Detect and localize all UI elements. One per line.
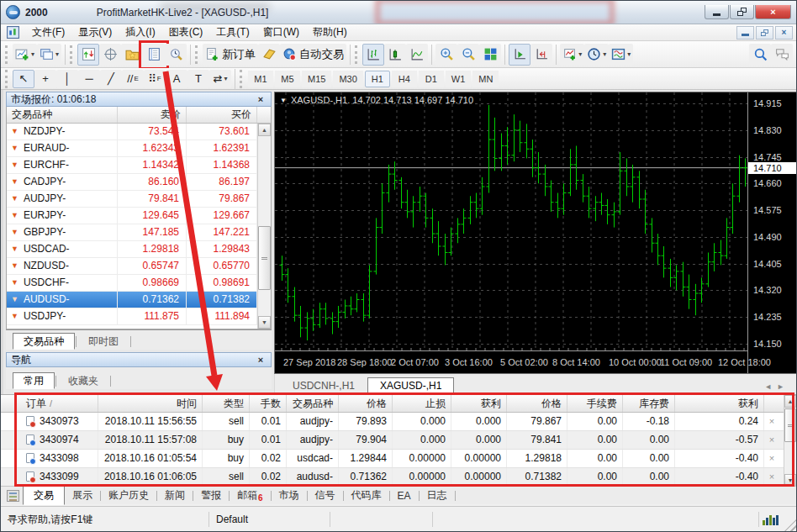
toolbar-gripper[interactable] [195,45,199,64]
timeframe-m15[interactable]: M15 [302,71,331,87]
chart-bars-button[interactable] [362,44,384,66]
status-profile[interactable]: Default [209,512,330,527]
timeframe-h1[interactable]: H1 [365,71,390,87]
vertical-line-tool[interactable]: │ [56,70,78,88]
new-chart-button[interactable]: ▾ [13,44,37,66]
scroll-down-button[interactable]: ▼ [784,474,796,487]
terminal-tab-10[interactable]: EA [390,488,419,503]
timeframe-d1[interactable]: D1 [419,71,444,87]
equidistant-channel-tool[interactable]: //E [122,70,144,88]
chart-candles-button[interactable] [384,44,406,66]
market-watch-scrollbar[interactable]: ▲ ▼ [257,124,271,329]
terminal-tab-1[interactable]: 交易 [23,486,65,505]
child-restore-button[interactable] [756,26,773,40]
quick-trade-arrow-icon[interactable]: ▼ [280,97,287,104]
market-watch-row[interactable]: ▼USDCAD-1.298181.29843 [7,241,271,258]
terminal-tab-7[interactable]: 市场 [272,487,307,504]
toolbar-gripper[interactable] [5,45,9,64]
orders-column-header[interactable]: 手续费 [567,395,623,412]
market-watch-row[interactable]: ▼AUDJPY-79.84179.867 [7,191,271,208]
terminal-button[interactable] [143,44,165,66]
crosshair-tool[interactable]: + [34,70,56,88]
orders-column-header[interactable]: 时间 [98,395,203,412]
market-watch-row[interactable]: ▼EURJPY-129.645129.667 [7,208,271,224]
strategy-tester-button[interactable] [165,44,187,66]
fibonacci-retracement-tool[interactable]: ⠿F [144,70,166,88]
market-watch-row[interactable]: ▼NZDUSD-0.657470.65770 [7,258,271,275]
new-order-button[interactable]: 新订单 [203,44,258,66]
dropdown-arrow-icon[interactable]: ▾ [55,50,59,58]
chart-plot[interactable] [275,92,747,350]
market-watch-tab[interactable]: 即时图 [77,333,129,350]
scroll-thumb[interactable] [784,408,796,442]
market-watch-column-header[interactable]: 买价 [187,107,257,123]
templates-button[interactable]: ▾ [609,44,633,66]
orders-column-header[interactable]: 价格 [339,395,393,412]
navigator-button[interactable] [121,44,143,66]
orders-column-header[interactable]: 类型 [203,395,250,412]
dropdown-arrow-icon[interactable]: ▾ [224,75,227,82]
chat-button[interactable] [771,44,793,66]
timeframe-w1[interactable]: W1 [446,71,472,87]
market-watch-column-header[interactable]: 卖价 [118,107,187,123]
close-order-icon[interactable]: × [764,450,779,467]
orders-column-header[interactable]: 库存费 [623,395,675,412]
toolbar-gripper[interactable] [240,70,244,88]
market-watch-row[interactable]: ▼GBPJPY-147.185147.221 [7,224,271,241]
toolbar-gripper[interactable] [70,45,74,64]
text-label-tool[interactable]: T [187,70,209,88]
chart-area[interactable]: ▼ XAGUSD-,H1. 14.702 14.713 14.697 14.71… [274,92,797,374]
chart-tab[interactable]: USDCNH-,H1 [280,377,367,394]
timeframe-h4[interactable]: H4 [392,71,417,87]
scroll-up-button[interactable]: ▲ [784,395,796,408]
market-watch-button[interactable] [77,44,99,66]
metaeditor-button[interactable] [258,44,280,66]
orders-column-header[interactable]: 获利 [675,395,764,412]
market-watch-column-header[interactable]: 交易品种 [7,107,118,123]
menu-item[interactable]: 工具(T) [209,25,256,39]
market-watch-row[interactable]: ▼NZDJPY-73.54473.601 [7,124,271,140]
close-order-icon[interactable]: × [764,468,779,486]
navigator-tab[interactable]: 收藏夹 [57,372,109,389]
terminal-tab-8[interactable]: 信号 [308,487,343,504]
orders-column-header[interactable]: 获利 [451,395,507,412]
indicators-button[interactable]: ▾ [560,44,584,66]
terminal-tab-6[interactable]: 邮箱6 [230,487,271,504]
orders-column-header[interactable]: 交易品种 [287,395,339,412]
terminal-tab-5[interactable]: 警报 [193,487,229,504]
order-row[interactable]: 34309732018.10.11 15:56:55sell0.01audjpy… [1,413,796,431]
market-watch-row[interactable]: ▼USDCHF-0.986690.98691 [7,275,271,292]
market-watch-tab[interactable]: 交易品种 [13,333,75,350]
menu-item[interactable]: 窗口(W) [256,25,306,39]
timeframe-mn[interactable]: MN [472,71,499,87]
zoom-out-button[interactable] [457,44,479,66]
orders-column-header[interactable]: 订单/ [21,395,98,412]
terminal-tab-2[interactable]: 展示 [65,487,100,504]
cursor-tool[interactable]: ↖ [13,70,34,88]
market-watch-row[interactable]: ▼AUDUSD-0.713620.71382 [7,292,271,308]
order-row[interactable]: 34330982018.10.16 01:05:54buy0.02usdcad-… [1,450,796,468]
timeframe-m30[interactable]: M30 [333,71,362,87]
menu-item[interactable]: 帮助(H) [306,25,354,39]
resize-grip[interactable] [784,519,796,532]
profiles-button[interactable]: ▾ [37,44,61,66]
terminal-tab-4[interactable]: 新闻 [157,487,193,504]
terminal-tab-3[interactable]: 账户历史 [101,487,156,504]
close-icon[interactable]: × [255,94,267,104]
menu-item[interactable]: 显示(V) [71,25,119,39]
data-window-button[interactable] [99,44,121,66]
autotrading-button[interactable]: 自动交易 [280,44,346,66]
arrow-objects-tool[interactable]: ⇄▾ [209,70,231,88]
periods-button[interactable]: ▾ [584,44,609,66]
orders-column-header[interactable]: 手数 [250,395,287,412]
scroll-thumb[interactable] [258,226,271,290]
toolbar-gripper[interactable] [355,45,359,64]
child-minimize-button[interactable] [736,26,754,40]
zoom-in-button[interactable] [435,44,457,66]
dropdown-arrow-icon[interactable]: ▾ [603,50,606,58]
scroll-up-button[interactable]: ▲ [258,124,271,136]
time-axis[interactable]: 27 Sep 201828 Sep 18:002 Oct 07:003 Oct … [275,350,747,373]
child-close-button[interactable]: × [775,26,793,40]
terminal-tab-11[interactable]: 日志 [420,487,455,504]
order-row[interactable]: 34330992018.10.16 01:06:05sell0.02audusd… [1,468,796,487]
